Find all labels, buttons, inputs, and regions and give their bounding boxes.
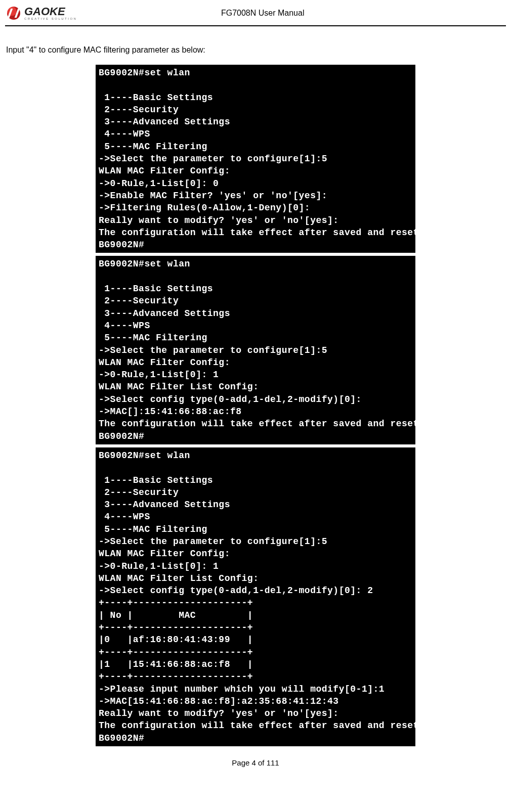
logo-icon (7, 7, 20, 20)
logo-text-main: GAOKE (24, 6, 77, 17)
terminal-output-2: BG9002N#set wlan 1----Basic Settings 2--… (96, 256, 415, 444)
document-title: FG7008N User Manual (77, 9, 504, 18)
page-footer: Page 4 of 111 (5, 758, 506, 767)
instruction-text: Input "4" to configure MAC filtering par… (5, 46, 506, 55)
logo-text-sub: CREATIVE SOLUTION (24, 17, 77, 20)
brand-logo: GAOKE CREATIVE SOLUTION (7, 6, 77, 20)
terminal-output-1: BG9002N#set wlan 1----Basic Settings 2--… (96, 65, 415, 253)
terminal-output-3: BG9002N#set wlan 1----Basic Settings 2--… (96, 447, 415, 746)
page-header: GAOKE CREATIVE SOLUTION FG7008N User Man… (5, 0, 506, 26)
terminal-screenshots: BG9002N#set wlan 1----Basic Settings 2--… (5, 65, 506, 746)
